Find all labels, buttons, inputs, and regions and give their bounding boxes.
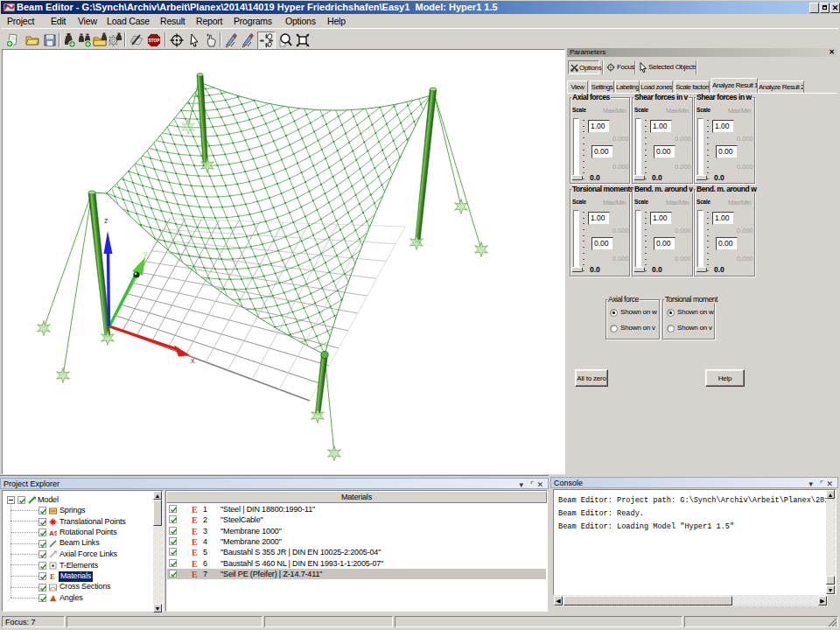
svg-text:AS: AS bbox=[49, 529, 57, 536]
svg-text:E: E bbox=[192, 505, 198, 514]
svg-text:E: E bbox=[192, 570, 198, 578]
svg-text:z: z bbox=[104, 216, 108, 225]
svg-text:E: E bbox=[192, 527, 198, 536]
svg-text:E: E bbox=[192, 559, 198, 568]
svg-text:STOP: STOP bbox=[149, 38, 159, 43]
svg-text:x: x bbox=[191, 356, 195, 365]
svg-text:E: E bbox=[50, 572, 55, 580]
svg-text:E: E bbox=[192, 537, 198, 546]
svg-text:E: E bbox=[192, 515, 198, 524]
svg-text:E: E bbox=[192, 548, 198, 556]
svg-text:y: y bbox=[144, 249, 148, 258]
